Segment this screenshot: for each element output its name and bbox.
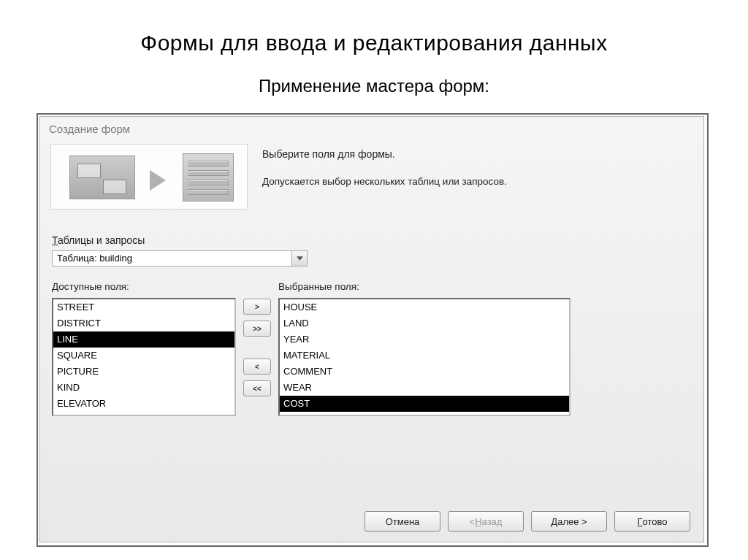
selected-fields-label: Выбранные поля:	[278, 281, 570, 292]
remove-all-fields-button[interactable]: <<	[243, 380, 271, 396]
list-item[interactable]: MATERIAL	[280, 348, 569, 364]
available-fields-label: Доступные поля:	[52, 281, 236, 292]
dialog-header: Выберите поля для формы. Допускается выб…	[40, 139, 703, 210]
page-subtitle: Применение мастера форм:	[0, 55, 748, 96]
list-item[interactable]: KIND	[53, 380, 234, 396]
wizard-illustration	[50, 144, 248, 210]
list-item[interactable]: PICTURE	[53, 364, 234, 380]
available-column: Доступные поля: STREETDISTRICTLINESQUARE…	[52, 272, 236, 416]
selected-column: Выбранные поля: HOUSELANDYEARMATERIALCOM…	[278, 272, 570, 416]
chevron-down-icon	[297, 256, 303, 261]
instruction-line-2: Допускается выбор нескольких таблиц или …	[262, 176, 507, 187]
instruction-line-1: Выберите поля для формы.	[262, 148, 507, 160]
tables-combobox-value[interactable]: Таблица: building	[52, 250, 291, 266]
list-item[interactable]: COMMENT	[280, 364, 569, 380]
list-item[interactable]: YEAR	[280, 331, 569, 348]
list-item[interactable]: LINE	[53, 331, 234, 348]
cancel-button[interactable]: Отмена	[365, 511, 440, 532]
add-all-fields-button[interactable]: >>	[243, 321, 271, 337]
tables-combobox[interactable]: Таблица: building	[52, 250, 308, 266]
dialog-instructions: Выберите поля для формы. Допускается выб…	[262, 144, 507, 187]
add-field-button[interactable]: >	[243, 299, 271, 315]
remove-field-button[interactable]: <	[243, 358, 271, 375]
next-button[interactable]: Далее >	[531, 511, 607, 532]
wizard-nav-buttons: Отмена < Назад Далее > Готово	[365, 511, 690, 532]
page-title: Формы для ввода и редактирования данных	[0, 0, 748, 55]
list-item[interactable]: DISTRICT	[53, 315, 234, 331]
list-item[interactable]: HOUSE	[280, 299, 569, 315]
selected-fields-listbox[interactable]: HOUSELANDYEARMATERIALCOMMENTWEARCOST	[278, 298, 570, 416]
list-item[interactable]: ELEVATOR	[53, 396, 234, 412]
form-wizard-dialog: Создание форм Выберите поля для формы. Д…	[39, 116, 704, 542]
list-item[interactable]: LAND	[280, 315, 569, 331]
dialog-body: Таблицы и запросы Таблица: building Дост…	[40, 210, 703, 416]
list-item[interactable]: SQUARE	[53, 348, 234, 364]
back-button: < Назад	[448, 511, 524, 532]
transfer-buttons: > >> < <<	[236, 272, 278, 396]
list-item[interactable]: STREET	[53, 299, 234, 315]
finish-button[interactable]: Готово	[614, 511, 690, 532]
field-picker-row: Доступные поля: STREETDISTRICTLINESQUARE…	[52, 272, 692, 416]
list-item[interactable]: COST	[280, 396, 569, 412]
screenshot-frame: Создание форм Выберите поля для формы. Д…	[37, 113, 709, 547]
list-item[interactable]: WEAR	[280, 380, 569, 396]
dialog-title: Создание форм	[40, 117, 703, 139]
available-fields-listbox[interactable]: STREETDISTRICTLINESQUAREPICTUREKINDELEVA…	[52, 298, 236, 416]
combobox-dropdown-button[interactable]	[291, 250, 308, 266]
tables-queries-label: Таблицы и запросы	[52, 234, 692, 246]
